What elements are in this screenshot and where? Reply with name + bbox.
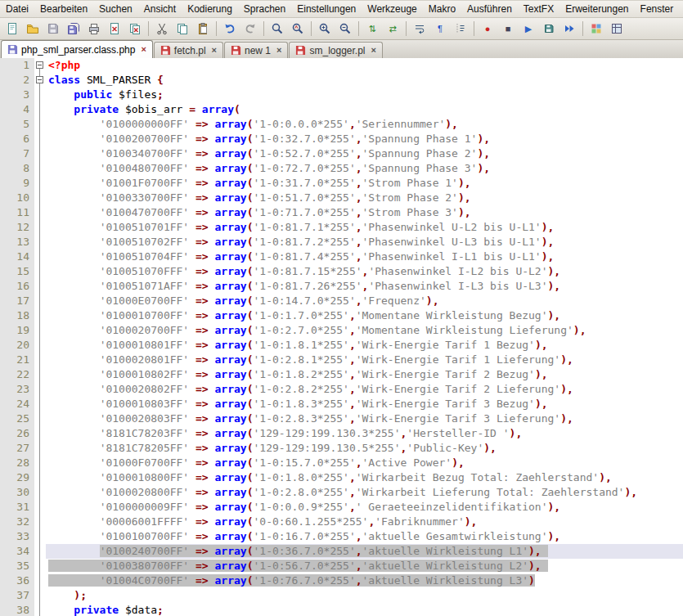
line-number[interactable]: 5 bbox=[0, 117, 34, 132]
code-line[interactable]: 30 '0100020800FF' => array('1-0:2.8.0*25… bbox=[0, 485, 683, 500]
line-number[interactable]: 19 bbox=[0, 323, 34, 338]
code-line[interactable]: 7 '0100340700FF' => array('1-0:52.7.0*25… bbox=[0, 146, 683, 161]
code-line[interactable]: 5 '0100000000FF' => array('1-0:0.0.0*255… bbox=[0, 117, 683, 132]
macro-stop-button[interactable]: ■ bbox=[498, 19, 518, 38]
line-number[interactable]: 31 bbox=[0, 500, 34, 515]
code-line[interactable]: 34 '0100240700FF' => array('1-0:36.7.0*2… bbox=[0, 544, 683, 559]
zoom-in-button[interactable] bbox=[315, 19, 335, 38]
tab-close-button[interactable]: × bbox=[212, 46, 217, 55]
line-number[interactable]: 27 bbox=[0, 441, 34, 456]
menu-item-ansicht[interactable]: Ansicht bbox=[138, 1, 182, 17]
macro-record-button[interactable]: ● bbox=[478, 19, 497, 38]
line-number[interactable]: 13 bbox=[0, 235, 34, 250]
menu-item-kodierung[interactable]: Kodierung bbox=[182, 1, 238, 17]
paste-button[interactable] bbox=[193, 19, 213, 38]
line-number[interactable]: 25 bbox=[0, 411, 34, 426]
line-number[interactable]: 29 bbox=[0, 470, 34, 485]
line-number[interactable]: 38 bbox=[0, 603, 34, 616]
open-folder-button[interactable] bbox=[23, 19, 43, 38]
line-number[interactable]: 6 bbox=[0, 132, 34, 146]
sync-horizontal-button[interactable]: ⇄ bbox=[383, 19, 402, 38]
menu-item-fenster[interactable]: Fenster bbox=[635, 1, 680, 17]
code-line[interactable]: 36 '01004C0700FF' => array('1-0:76.7.0*2… bbox=[0, 573, 683, 588]
code-line[interactable]: 22 '0100010802FF' => array('1-0:1.8.2*25… bbox=[0, 367, 683, 382]
menu-item-werkzeuge[interactable]: Werkzeuge bbox=[362, 1, 422, 17]
code-line[interactable]: 27 '8181C78205FF' => array('129-129:199.… bbox=[0, 441, 683, 456]
code-line[interactable]: 37 ); bbox=[0, 588, 683, 603]
tab-php-sml-parser-class-php[interactable]: php_sml_parser.class.php× bbox=[1, 40, 153, 58]
undo-button[interactable] bbox=[220, 19, 240, 38]
menu-item-makro[interactable]: Makro bbox=[423, 1, 461, 17]
line-number[interactable]: 34 bbox=[0, 544, 34, 559]
tab-close-button[interactable]: × bbox=[141, 45, 146, 54]
code-line[interactable]: 12 '0100510701FF' => array('1-0:81.7.1*2… bbox=[0, 220, 683, 235]
menu-item-einstellungen[interactable]: Einstellungen bbox=[291, 1, 362, 17]
save-button[interactable] bbox=[43, 19, 63, 38]
menu-item-bearbeiten[interactable]: Bearbeiten bbox=[34, 1, 93, 17]
line-number[interactable]: 12 bbox=[0, 220, 34, 235]
menu-item-ausf-hren[interactable]: Ausführen bbox=[461, 1, 518, 17]
line-number[interactable]: 14 bbox=[0, 250, 34, 264]
code-line[interactable]: 19 '0100020700FF' => array('1-0:2.7.0*25… bbox=[0, 323, 683, 338]
code-line[interactable]: 29 '0100010800FF' => array('1-0:1.8.0*25… bbox=[0, 470, 683, 485]
code-line[interactable]: 23 '0100020802FF' => array('1-0:2.8.2*25… bbox=[0, 382, 683, 397]
code-line[interactable]: 9 '01001F0700FF' => array('1-0:31.7.0*25… bbox=[0, 176, 683, 191]
tab-sm-logger-pl[interactable]: sm_logger.pl× bbox=[289, 42, 382, 58]
new-file-button[interactable] bbox=[2, 19, 22, 38]
line-number[interactable]: 22 bbox=[0, 367, 34, 382]
macro-run-multiple-button[interactable] bbox=[559, 19, 579, 38]
code-line[interactable]: 17 '01000E0700FF' => array('1-0:14.7.0*2… bbox=[0, 294, 683, 308]
find-button[interactable] bbox=[267, 19, 287, 38]
code-line[interactable]: 13 '0100510702FF' => array('1-0:81.7.2*2… bbox=[0, 235, 683, 250]
print-button[interactable] bbox=[84, 19, 104, 38]
word-wrap-button[interactable] bbox=[410, 19, 429, 38]
line-number[interactable]: 10 bbox=[0, 191, 34, 205]
code-editor[interactable]: 1<?php2class SML_PARSER {3 public $files… bbox=[0, 58, 683, 616]
code-line[interactable]: 25 '0100020803FF' => array('1-0:2.8.3*25… bbox=[0, 411, 683, 426]
menu-item-erweiterungen[interactable]: Erweiterungen bbox=[559, 1, 634, 17]
code-line[interactable]: 3 public $files; bbox=[0, 88, 683, 102]
menu-item-item[interactable]: ? bbox=[679, 1, 683, 17]
code-line[interactable]: 31 '0100000009FF' => array('1-0:0.0.9*25… bbox=[0, 500, 683, 515]
line-number[interactable]: 16 bbox=[0, 279, 34, 294]
fold-collapse-icon[interactable] bbox=[34, 73, 46, 88]
menu-item-textfx[interactable]: TextFX bbox=[518, 1, 559, 17]
fold-collapse-icon[interactable] bbox=[34, 58, 46, 73]
line-number[interactable]: 2 bbox=[0, 73, 34, 88]
code-line[interactable]: 38 private $data; bbox=[0, 603, 683, 616]
code-line[interactable]: 16 '010051071AFF' => array('1-0:81.7.26*… bbox=[0, 279, 683, 294]
line-number[interactable]: 17 bbox=[0, 294, 34, 308]
close-button[interactable] bbox=[105, 19, 124, 38]
code-line[interactable]: 21 '0100020801FF' => array('1-0:2.8.1*25… bbox=[0, 353, 683, 367]
code-line[interactable]: 10 '0100330700FF' => array('1-0:51.7.0*2… bbox=[0, 191, 683, 205]
line-number[interactable]: 4 bbox=[0, 102, 34, 117]
tab-fetch-pl[interactable]: fetch.pl× bbox=[154, 42, 223, 58]
tab-close-button[interactable]: × bbox=[371, 46, 376, 55]
line-number[interactable]: 26 bbox=[0, 426, 34, 441]
line-number[interactable]: 20 bbox=[0, 338, 34, 353]
line-number[interactable]: 21 bbox=[0, 353, 34, 367]
code-line[interactable]: 33 '0100100700FF' => array('1-0:16.7.0*2… bbox=[0, 529, 683, 544]
line-number[interactable]: 33 bbox=[0, 529, 34, 544]
code-line[interactable]: 14 '0100510704FF' => array('1-0:81.7.4*2… bbox=[0, 250, 683, 264]
line-number[interactable]: 32 bbox=[0, 515, 34, 529]
zoom-out-button[interactable] bbox=[335, 19, 355, 38]
line-number[interactable]: 15 bbox=[0, 264, 34, 279]
line-number[interactable]: 37 bbox=[0, 588, 34, 603]
tab-new-1[interactable]: new 1× bbox=[224, 42, 288, 58]
line-number[interactable]: 11 bbox=[0, 205, 34, 220]
code-line[interactable]: 4 private $obis_arr = array( bbox=[0, 102, 683, 117]
code-line[interactable]: 18 '0100010700FF' => array('1-0:1.7.0*25… bbox=[0, 308, 683, 323]
close-all-button[interactable] bbox=[125, 19, 145, 38]
replace-button[interactable] bbox=[288, 19, 308, 38]
line-number[interactable]: 9 bbox=[0, 176, 34, 191]
cut-button[interactable] bbox=[152, 19, 172, 38]
code-line[interactable]: 35 '0100380700FF' => array('1-0:56.7.0*2… bbox=[0, 559, 683, 573]
menu-item-datei[interactable]: Datei bbox=[0, 1, 34, 17]
line-number[interactable]: 8 bbox=[0, 161, 34, 176]
show-all-characters-button[interactable]: ¶ bbox=[430, 19, 450, 38]
code-line[interactable]: 15 '010051070FFF' => array('1-0:81.7.15*… bbox=[0, 264, 683, 279]
code-line[interactable]: 2class SML_PARSER { bbox=[0, 73, 683, 88]
copy-button[interactable] bbox=[173, 19, 192, 38]
line-number[interactable]: 1 bbox=[0, 58, 34, 73]
